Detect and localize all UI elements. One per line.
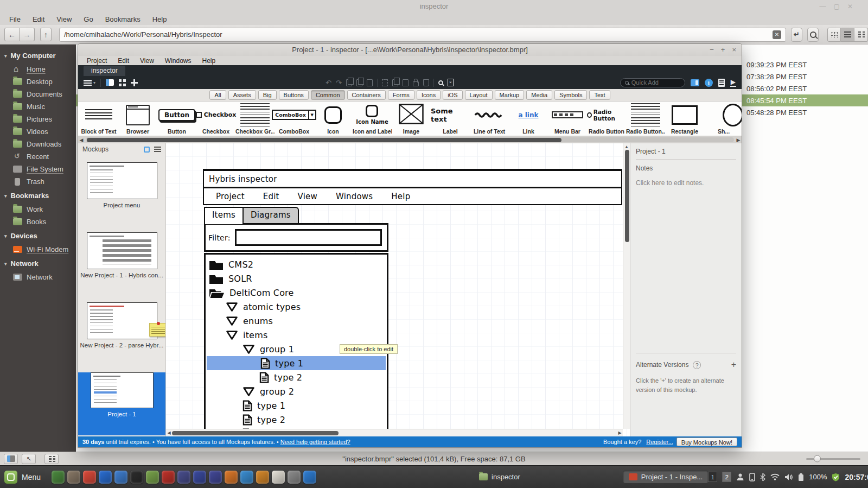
- section-expander-icon[interactable]: ▾: [4, 53, 7, 59]
- user-icon[interactable]: [736, 473, 744, 481]
- category-tab-icons[interactable]: Icons: [417, 90, 441, 100]
- toggle-panels-icon[interactable]: [691, 79, 699, 86]
- code-app-icon[interactable]: [303, 471, 316, 484]
- red-app-icon[interactable]: [162, 471, 175, 484]
- bw-menu-view[interactable]: View: [135, 57, 159, 65]
- category-tab-ios[interactable]: iOS: [443, 90, 462, 100]
- redo-icon[interactable]: ↷: [336, 79, 342, 86]
- mock-tree-item-group-2[interactable]: group 2: [206, 384, 387, 398]
- palette-item-rectangle[interactable]: Rectangle: [665, 102, 704, 136]
- palette-item-checkbox-gr[interactable]: Checkbox Gr...: [235, 102, 275, 136]
- sidebar-item-file-system[interactable]: File System: [0, 163, 76, 175]
- category-tab-symbols[interactable]: Symbols: [554, 90, 587, 100]
- mock-tree-item-type-2[interactable]: type 2: [206, 370, 387, 384]
- palette-item-radio-button[interactable]: Radio Button...: [626, 102, 665, 136]
- mock-menu-view[interactable]: View: [298, 192, 317, 201]
- workspace-2[interactable]: 2: [722, 472, 731, 482]
- palette-item-image[interactable]: Image: [392, 102, 431, 136]
- fm-menu-file[interactable]: File: [3, 14, 27, 24]
- gimp-icon[interactable]: [67, 471, 80, 484]
- mock-tab-diagrams[interactable]: Diagrams: [242, 207, 299, 224]
- mockup-list-item-new-project-2-parse-hybr[interactable]: New Project - 2 - parse Hybr...: [78, 302, 165, 365]
- location-entry-button[interactable]: ↵: [791, 28, 802, 42]
- fm-menu-edit[interactable]: Edit: [27, 14, 50, 24]
- eclipse-icon-2[interactable]: [193, 471, 206, 484]
- fm-minimize-icon[interactable]: —: [820, 0, 826, 13]
- palette-item-checkbox[interactable]: CheckboxCheckbox: [196, 102, 235, 136]
- section-expander-icon[interactable]: ▾: [4, 261, 7, 267]
- bw-close-icon[interactable]: ×: [732, 44, 736, 55]
- vertical-scroll-thumb[interactable]: [625, 150, 629, 242]
- sidebar-item-books[interactable]: Books: [0, 216, 76, 228]
- category-tab-common[interactable]: Common: [311, 90, 345, 100]
- notes-placeholder[interactable]: Click here to edit notes.: [636, 179, 736, 187]
- sidebar-item-desktop[interactable]: Desktop: [0, 75, 76, 88]
- toggle-sidebar-button[interactable]: [4, 454, 18, 464]
- back-button[interactable]: ←: [4, 28, 20, 41]
- screen-app-icon[interactable]: [52, 471, 65, 484]
- workspace-1[interactable]: 1: [708, 472, 717, 482]
- mock-tree-item-type-2[interactable]: type 2: [206, 413, 387, 427]
- bw-menu-edit[interactable]: Edit: [112, 57, 135, 65]
- taskbar-task-inspector[interactable]: inspector: [474, 471, 526, 483]
- scroll-right-icon[interactable]: ▶: [617, 430, 623, 435]
- sidebar-item-pictures[interactable]: Pictures: [0, 113, 76, 125]
- palette-item-menu-bar[interactable]: Menu Bar: [548, 102, 587, 136]
- sidebar-item-trash[interactable]: Trash: [0, 175, 76, 188]
- presentation-icon[interactable]: ▶: [730, 79, 736, 87]
- firefox-icon[interactable]: [99, 471, 112, 484]
- close-doc-icon[interactable]: ×: [448, 79, 454, 86]
- category-tab-buttons[interactable]: Buttons: [279, 90, 309, 100]
- mockup-list-item-new-project-1-hybris-con[interactable]: New Project - 1 - Hybris con...: [78, 232, 165, 295]
- search-button[interactable]: [807, 28, 819, 42]
- pointer-mode-button[interactable]: ↖: [22, 454, 36, 464]
- mock-menu-edit[interactable]: Edit: [263, 192, 279, 201]
- chrome-icon[interactable]: [83, 471, 96, 484]
- transform-icon[interactable]: [382, 79, 388, 86]
- intellij-icon[interactable]: [225, 471, 238, 484]
- category-tab-assets[interactable]: Assets: [228, 90, 256, 100]
- mock-tree-item-type-1[interactable]: type 1: [206, 398, 387, 413]
- palette-item-line-of-text[interactable]: Line of Text: [470, 102, 509, 136]
- undo-icon[interactable]: ↶: [326, 79, 331, 86]
- horizontal-scroll-thumb[interactable]: [172, 431, 339, 435]
- grid-view-button[interactable]: [827, 28, 841, 42]
- mockup-list-item-project-menu[interactable]: Project menu: [78, 162, 165, 225]
- section-expander-icon[interactable]: ▾: [4, 193, 7, 199]
- align-icon[interactable]: [403, 79, 409, 86]
- sidebar-item-work[interactable]: Work: [0, 203, 76, 216]
- sidebar-item-wi-fi-modem[interactable]: Wi-Fi Modem: [0, 243, 76, 256]
- eclipse-icon-3[interactable]: [209, 471, 222, 484]
- palette-scroll-thumb[interactable]: [87, 138, 561, 142]
- mockup-canvas[interactable]: Hybris inspector ProjectEditViewWindowsH…: [166, 143, 630, 436]
- up-button[interactable]: ↑: [40, 28, 52, 41]
- zoom-slider-knob[interactable]: [814, 455, 821, 462]
- category-tab-big[interactable]: Big: [258, 90, 277, 100]
- canvas-vertical-scrollbar[interactable]: ▲: [623, 143, 630, 429]
- smiley-app-icon[interactable]: [272, 471, 285, 484]
- taskbar-task-project-1-inspe[interactable]: Project - 1 - Inspe...: [623, 471, 708, 483]
- mock-filter-input[interactable]: [235, 229, 382, 246]
- mock-menu-help[interactable]: Help: [391, 192, 410, 201]
- main-menu-button[interactable]: ▾: [84, 80, 95, 86]
- mock-tree-item-enums[interactable]: enums: [206, 314, 387, 328]
- palette-item-radio-button[interactable]: Radio ButtonRadio Button: [587, 102, 626, 136]
- fm-menu-view[interactable]: View: [50, 14, 78, 24]
- grid-view-icon[interactable]: [119, 79, 126, 86]
- battery-icon[interactable]: [798, 473, 804, 481]
- group-icon[interactable]: [392, 79, 398, 86]
- palette-item-link[interactable]: a linkLink: [509, 102, 548, 136]
- palette-item-button[interactable]: ButtonButton: [157, 102, 196, 136]
- notes-panel-icon[interactable]: [718, 79, 725, 87]
- phone-icon[interactable]: [749, 473, 755, 481]
- mail-app-icon[interactable]: [114, 471, 127, 484]
- address-bar[interactable]: /home/cmihalache/Work/Personal/Hybris/In…: [59, 28, 786, 42]
- paste-icon[interactable]: [367, 79, 373, 86]
- mock-tree-item-items[interactable]: items: [206, 328, 387, 342]
- category-tab-all[interactable]: All: [209, 90, 226, 100]
- mockup-list-item-project-1[interactable]: Project - 1: [78, 372, 165, 435]
- palette-scroll-left-icon[interactable]: ◀: [78, 137, 85, 143]
- category-tab-text[interactable]: Text: [589, 90, 610, 100]
- palette-item-block-of-text[interactable]: Block of Text: [79, 102, 118, 136]
- add-alternate-version-button[interactable]: +: [731, 360, 736, 370]
